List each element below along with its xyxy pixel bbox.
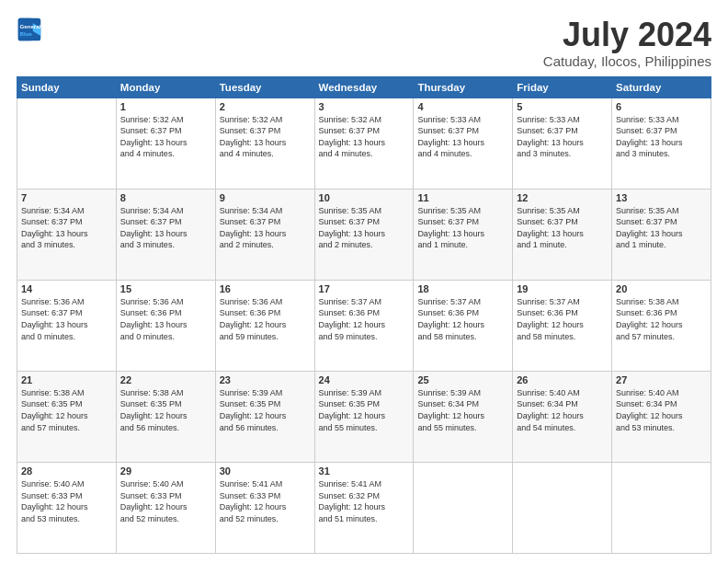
calendar-cell: 24Sunrise: 5:39 AM Sunset: 6:35 PM Dayli… [314,371,414,462]
day-number: 13 [616,192,707,203]
cell-text: Sunrise: 5:33 AM Sunset: 6:37 PM Dayligh… [616,114,707,160]
cell-text: Sunrise: 5:35 AM Sunset: 6:37 PM Dayligh… [517,205,608,251]
calendar-cell: 30Sunrise: 5:41 AM Sunset: 6:33 PM Dayli… [215,462,314,553]
cell-text: Sunrise: 5:41 AM Sunset: 6:33 PM Dayligh… [220,478,311,524]
day-number: 2 [220,101,311,112]
day-number: 15 [120,283,211,294]
calendar-cell: 27Sunrise: 5:40 AM Sunset: 6:34 PM Dayli… [612,371,711,462]
day-number: 27 [616,374,707,385]
calendar-cell: 12Sunrise: 5:35 AM Sunset: 6:37 PM Dayli… [513,189,612,280]
svg-text:Blue: Blue [20,30,33,37]
cell-text: Sunrise: 5:35 AM Sunset: 6:37 PM Dayligh… [417,205,508,251]
cell-text: Sunrise: 5:32 AM Sunset: 6:37 PM Dayligh… [120,114,211,160]
day-number: 30 [220,465,311,477]
month-title: July 2024 [543,17,711,53]
calendar-cell: 9Sunrise: 5:34 AM Sunset: 6:37 PM Daylig… [215,189,314,280]
day-number: 6 [616,101,707,112]
calendar-cell: 10Sunrise: 5:35 AM Sunset: 6:37 PM Dayli… [314,189,414,280]
day-number: 25 [417,374,508,385]
day-number: 11 [417,192,508,203]
calendar-day-header: Monday [116,76,215,98]
cell-text: Sunrise: 5:38 AM Sunset: 6:35 PM Dayligh… [120,387,211,433]
calendar-cell: 20Sunrise: 5:38 AM Sunset: 6:36 PM Dayli… [612,280,711,371]
calendar-cell: 18Sunrise: 5:37 AM Sunset: 6:36 PM Dayli… [414,280,513,371]
calendar-cell: 11Sunrise: 5:35 AM Sunset: 6:37 PM Dayli… [414,189,513,280]
day-number: 26 [517,374,608,385]
calendar-day-header: Sunday [17,76,117,98]
calendar-cell: 31Sunrise: 5:41 AM Sunset: 6:32 PM Dayli… [314,462,414,553]
day-number: 21 [21,374,112,385]
cell-text: Sunrise: 5:36 AM Sunset: 6:36 PM Dayligh… [220,296,311,342]
day-number: 10 [319,192,410,203]
day-number: 29 [120,465,211,477]
svg-text:General: General [20,23,41,29]
calendar-cell: 4Sunrise: 5:33 AM Sunset: 6:37 PM Daylig… [414,98,513,189]
cell-text: Sunrise: 5:40 AM Sunset: 6:34 PM Dayligh… [616,387,707,433]
cell-text: Sunrise: 5:34 AM Sunset: 6:37 PM Dayligh… [220,205,311,251]
cell-text: Sunrise: 5:33 AM Sunset: 6:37 PM Dayligh… [417,114,508,160]
cell-text: Sunrise: 5:38 AM Sunset: 6:36 PM Dayligh… [616,296,707,342]
calendar-day-header: Saturday [612,76,711,98]
logo-icon: General Blue [17,17,42,42]
day-number: 9 [220,192,311,203]
calendar-day-header: Thursday [414,76,513,98]
calendar-cell: 16Sunrise: 5:36 AM Sunset: 6:36 PM Dayli… [215,280,314,371]
day-number: 23 [220,374,311,385]
day-number: 14 [21,283,112,294]
calendar-cell: 29Sunrise: 5:40 AM Sunset: 6:33 PM Dayli… [116,462,215,553]
cell-text: Sunrise: 5:37 AM Sunset: 6:36 PM Dayligh… [319,296,410,342]
cell-text: Sunrise: 5:40 AM Sunset: 6:33 PM Dayligh… [120,478,211,524]
calendar-cell: 17Sunrise: 5:37 AM Sunset: 6:36 PM Dayli… [314,280,414,371]
cell-text: Sunrise: 5:37 AM Sunset: 6:36 PM Dayligh… [517,296,608,342]
day-number: 8 [120,192,211,203]
calendar-cell: 1Sunrise: 5:32 AM Sunset: 6:37 PM Daylig… [116,98,215,189]
calendar-week-row: 14Sunrise: 5:36 AM Sunset: 6:37 PM Dayli… [17,280,711,371]
cell-text: Sunrise: 5:39 AM Sunset: 6:35 PM Dayligh… [319,387,410,433]
cell-text: Sunrise: 5:38 AM Sunset: 6:35 PM Dayligh… [21,387,112,433]
calendar-cell: 21Sunrise: 5:38 AM Sunset: 6:35 PM Dayli… [17,371,117,462]
cell-text: Sunrise: 5:36 AM Sunset: 6:37 PM Dayligh… [21,296,112,342]
page: General Blue July 2024 Catuday, Ilocos, … [0,0,728,563]
cell-text: Sunrise: 5:40 AM Sunset: 6:34 PM Dayligh… [517,387,608,433]
calendar-week-row: 28Sunrise: 5:40 AM Sunset: 6:33 PM Dayli… [17,462,711,553]
day-number: 12 [517,192,608,203]
calendar-cell: 8Sunrise: 5:34 AM Sunset: 6:37 PM Daylig… [116,189,215,280]
calendar-week-row: 1Sunrise: 5:32 AM Sunset: 6:37 PM Daylig… [17,98,711,189]
calendar-day-header: Wednesday [314,76,414,98]
cell-text: Sunrise: 5:39 AM Sunset: 6:34 PM Dayligh… [417,387,508,433]
day-number: 5 [517,101,608,112]
day-number: 3 [319,101,410,112]
day-number: 7 [21,192,112,203]
calendar-cell: 13Sunrise: 5:35 AM Sunset: 6:37 PM Dayli… [612,189,711,280]
day-number: 24 [319,374,410,385]
calendar-day-header: Tuesday [215,76,314,98]
calendar-cell [414,462,513,553]
day-number: 4 [417,101,508,112]
cell-text: Sunrise: 5:41 AM Sunset: 6:32 PM Dayligh… [319,478,410,524]
calendar-cell: 28Sunrise: 5:40 AM Sunset: 6:33 PM Dayli… [17,462,117,553]
cell-text: Sunrise: 5:37 AM Sunset: 6:36 PM Dayligh… [417,296,508,342]
cell-text: Sunrise: 5:32 AM Sunset: 6:37 PM Dayligh… [220,114,311,160]
day-number: 1 [120,101,211,112]
cell-text: Sunrise: 5:40 AM Sunset: 6:33 PM Dayligh… [21,478,112,524]
calendar-header-row: SundayMondayTuesdayWednesdayThursdayFrid… [17,76,711,98]
calendar-cell: 26Sunrise: 5:40 AM Sunset: 6:34 PM Dayli… [513,371,612,462]
calendar-cell [513,462,612,553]
cell-text: Sunrise: 5:36 AM Sunset: 6:36 PM Dayligh… [120,296,211,342]
calendar-cell: 22Sunrise: 5:38 AM Sunset: 6:35 PM Dayli… [116,371,215,462]
calendar-cell: 5Sunrise: 5:33 AM Sunset: 6:37 PM Daylig… [513,98,612,189]
calendar-week-row: 7Sunrise: 5:34 AM Sunset: 6:37 PM Daylig… [17,189,711,280]
calendar-cell: 23Sunrise: 5:39 AM Sunset: 6:35 PM Dayli… [215,371,314,462]
calendar-day-header: Friday [513,76,612,98]
day-number: 17 [319,283,410,294]
cell-text: Sunrise: 5:35 AM Sunset: 6:37 PM Dayligh… [616,205,707,251]
calendar-cell: 6Sunrise: 5:33 AM Sunset: 6:37 PM Daylig… [612,98,711,189]
calendar-cell: 25Sunrise: 5:39 AM Sunset: 6:34 PM Dayli… [414,371,513,462]
cell-text: Sunrise: 5:35 AM Sunset: 6:37 PM Dayligh… [319,205,410,251]
calendar-cell: 3Sunrise: 5:32 AM Sunset: 6:37 PM Daylig… [314,98,414,189]
header: General Blue July 2024 Catuday, Ilocos, … [17,17,711,69]
day-number: 22 [120,374,211,385]
cell-text: Sunrise: 5:33 AM Sunset: 6:37 PM Dayligh… [517,114,608,160]
logo: General Blue [17,17,42,42]
cell-text: Sunrise: 5:34 AM Sunset: 6:37 PM Dayligh… [21,205,112,251]
